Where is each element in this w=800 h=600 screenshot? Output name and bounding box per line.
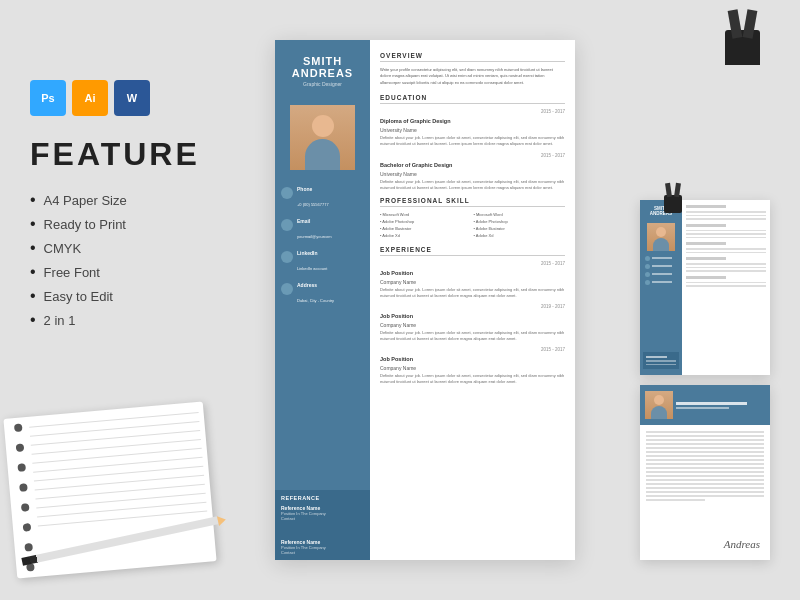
feature-item-6: 2 in 1 — [30, 311, 250, 329]
resume-sidebar: SMITH ANDREAS Graphic Designer Phone +0 … — [275, 40, 370, 560]
notebook — [3, 402, 216, 579]
letter-card: Andreas — [640, 385, 770, 560]
letter-header — [640, 385, 770, 425]
photoshop-icon: Ps — [30, 80, 66, 116]
experience-item-3: Job Position 2015 - 2017 Company Name De… — [380, 347, 565, 385]
experience-item-2: Job Position 2019 - 2017 Company Name De… — [380, 304, 565, 342]
experience-title: EXPERIENCE — [380, 246, 565, 256]
address-icon — [281, 283, 293, 295]
contact-linkedin: LinkedIn LinkedIn account — [281, 250, 364, 274]
education-item-2: Bachelor of Graphic Design 2015 - 2017 U… — [380, 153, 565, 191]
feature-list: A4 Paper Size Ready to Print CMYK Free F… — [30, 191, 250, 329]
binder-clip-mini — [664, 195, 682, 213]
binder-clip-top-right — [725, 30, 760, 80]
mini-sidebar: SMITHANDREAS — [640, 200, 682, 375]
overview-text: Write your profile consectetur adipiscin… — [380, 67, 565, 86]
software-icons: Ps Ai W — [30, 80, 250, 116]
email-icon — [281, 219, 293, 231]
resume-lastname: ANDREAS — [292, 67, 353, 79]
education-title: EDUCATION — [380, 94, 565, 104]
education-item-1: Diploma of Graphic Design 2015 - 2017 Un… — [380, 109, 565, 147]
contact-section: Phone +0 (00) 55567777 Email yourmail@yo… — [275, 178, 370, 490]
feature-item-3: CMYK — [30, 239, 250, 257]
linkedin-icon — [281, 251, 293, 263]
resume-jobtitle: Graphic Designer — [292, 81, 353, 87]
feature-item-5: Easy to Edit — [30, 287, 250, 305]
overview-title: OVERVIEW — [380, 52, 565, 62]
contact-address: Address Dubai, City - Country — [281, 282, 364, 306]
feature-item-1: A4 Paper Size — [30, 191, 250, 209]
skills-title: PROFESSIONAL SKILL — [380, 197, 565, 207]
resume-card: SMITH ANDREAS Graphic Designer Phone +0 … — [275, 40, 575, 560]
resume-main-content: OVERVIEW Write your profile consectetur … — [370, 40, 575, 560]
reference-section: REFERANCE Reference Name Position In The… — [275, 490, 370, 560]
reference-title: REFERANCE — [281, 495, 364, 501]
feature-item-2: Ready to Print — [30, 215, 250, 233]
mini-resume-card: SMITHANDREAS — [640, 200, 770, 375]
word-icon: W — [114, 80, 150, 116]
contact-email: Email yourmail@yourcom — [281, 218, 364, 242]
mini-photo — [647, 223, 675, 251]
resume-firstname: SMITH — [292, 55, 353, 67]
mini-cards: SMITHANDREAS — [640, 200, 770, 560]
feature-title: FEATURE — [30, 136, 250, 173]
phone-icon — [281, 187, 293, 199]
letter-body — [640, 425, 770, 509]
resume-photo — [290, 105, 355, 170]
contact-phone: Phone +0 (00) 55567777 — [281, 186, 364, 210]
signature: Andreas — [724, 538, 760, 550]
letter-photo — [645, 391, 673, 419]
resume-name-block: SMITH ANDREAS Graphic Designer — [284, 55, 361, 97]
feature-panel: Ps Ai W FEATURE A4 Paper Size Ready to P… — [30, 80, 250, 335]
mini-contact — [643, 254, 679, 290]
skills-grid: Microsoft Word Microsoft Word Adobe Phot… — [380, 212, 565, 238]
illustrator-icon: Ai — [72, 80, 108, 116]
experience-item-1: Job Position 2015 - 2017 Company Name De… — [380, 261, 565, 299]
mini-resume-wrapper: SMITHANDREAS — [640, 200, 770, 375]
feature-item-4: Free Font — [30, 263, 250, 281]
mini-main — [682, 200, 770, 375]
